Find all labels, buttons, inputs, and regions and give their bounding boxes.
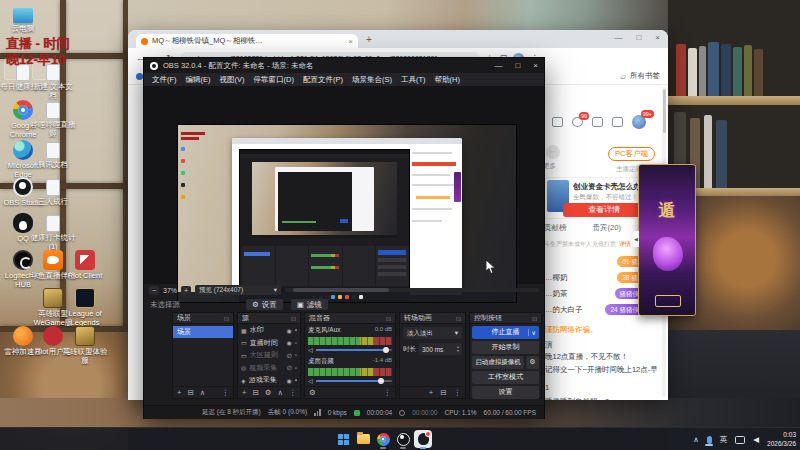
pc-client-button[interactable]: PC客户端: [608, 147, 655, 161]
maximize-button[interactable]: □: [636, 33, 641, 42]
add-transition-button[interactable]: +: [429, 388, 433, 397]
chrome-taskbar-button[interactable]: [374, 430, 392, 448]
source-properties-icon[interactable]: ⚙: [265, 388, 272, 397]
source-properties-button[interactable]: ⚙ 设置: [246, 299, 283, 310]
lock-icon[interactable]: ▫: [295, 340, 297, 346]
mixer-gear-icon[interactable]: ⚙: [309, 388, 316, 397]
menu-tools[interactable]: 工具(T): [401, 75, 426, 85]
start-virtual-camera-button[interactable]: 启动虚拟摄像机: [472, 356, 524, 369]
desktop-icon-lol-pbe[interactable]: 英雄联盟体验服: [62, 326, 108, 365]
desktop-icon-it-takes-two[interactable]: 三人成行: [30, 177, 76, 207]
add-source-button[interactable]: +: [242, 388, 246, 397]
package-icon[interactable]: [612, 117, 623, 127]
activity-poster[interactable]: 遁 ◀: [638, 164, 696, 316]
desktop-icon-riot-client[interactable]: Riot Client: [62, 250, 108, 281]
source-item-live-time[interactable]: ▭ 直播时间 ◉ ▫: [238, 337, 300, 350]
source-item-video-capture[interactable]: ◎ 视频采集 ∅ ▫: [238, 362, 300, 375]
preview-desktop-thumbnail[interactable]: [177, 124, 517, 303]
more-circle[interactable]: ⋯: [546, 145, 560, 159]
speaker-icon[interactable]: ◁: [308, 377, 313, 384]
obs-maximize-button[interactable]: □: [515, 61, 520, 70]
eye-icon[interactable]: ◉: [287, 327, 292, 334]
menu-file[interactable]: 文件(F): [152, 75, 177, 85]
transition-duration-input[interactable]: 300 ms ▴ ▾: [419, 343, 462, 355]
start-button[interactable]: [334, 430, 352, 448]
lock-icon[interactable]: ▪: [295, 327, 297, 333]
chevron-down-icon[interactable]: ∨: [528, 329, 536, 336]
browser-tab[interactable]: MQ～相柳铁骨镇_MQ～相柳铁… ×: [136, 34, 358, 48]
close-button[interactable]: ×: [655, 33, 660, 42]
desktop-icon-checkin-stats[interactable]: 健康打卡统计(1): [30, 213, 76, 251]
transition-type-dropdown[interactable]: 淡入淡出 ▾: [403, 327, 462, 339]
ad-detail-button[interactable]: 查看详情: [563, 203, 645, 217]
studio-mode-button[interactable]: 工作室模式: [472, 371, 539, 384]
minimize-button[interactable]: —: [614, 33, 622, 42]
menu-docks[interactable]: 停靠窗口(D): [254, 75, 294, 85]
menu-edit[interactable]: 编辑(E): [186, 75, 211, 85]
mic-volume-slider[interactable]: [316, 349, 392, 351]
tray-chevron-icon[interactable]: ∧: [693, 435, 699, 444]
lock-icon[interactable]: ▫: [295, 352, 297, 358]
remove-source-button[interactable]: ⊟: [252, 388, 258, 397]
source-item-region-rules[interactable]: ▭ 大区规则 ∅ ▫: [238, 349, 300, 362]
zoom-out-button[interactable]: −: [149, 286, 159, 295]
ime-indicator[interactable]: 英: [720, 435, 728, 445]
speaker-icon[interactable]: ◁: [308, 346, 313, 353]
spin-down-icon[interactable]: ▾: [457, 349, 459, 353]
obs-titlebar[interactable]: OBS 32.0.4 - 配置文件: 未命名 - 场景: 未命名 — □ ×: [144, 58, 544, 73]
desktop-icon-cloud-pc[interactable]: 云电脑: [0, 5, 46, 34]
lock-icon[interactable]: ▫: [295, 365, 297, 371]
remove-scene-button[interactable]: ⊟: [187, 388, 193, 397]
tab-close-icon[interactable]: ×: [348, 37, 353, 46]
menu-profile[interactable]: 配置文件(P): [303, 75, 343, 85]
add-scene-button[interactable]: +: [177, 388, 181, 397]
notice-link[interactable]: 详情: [619, 240, 631, 249]
microphone-tray-icon[interactable]: [707, 436, 712, 444]
tab-vip[interactable]: 贵宾(20): [593, 223, 621, 233]
eye-off-icon[interactable]: ∅: [287, 352, 292, 359]
scrollbar-thumb[interactable]: [663, 89, 666, 133]
obs-minimize-button[interactable]: —: [494, 61, 502, 70]
scene-item-selected[interactable]: 场景: [173, 326, 233, 338]
remove-transition-button[interactable]: ⊟: [440, 388, 446, 397]
all-bookmarks[interactable]: 所有书签: [630, 71, 660, 81]
eye-off-icon[interactable]: ∅: [287, 364, 292, 371]
tab-contribution[interactable]: 贡献榜: [544, 223, 567, 233]
sources-menu-icon[interactable]: ⋮: [289, 388, 297, 397]
menu-view[interactable]: 视图(V): [220, 75, 245, 85]
desktop-volume-slider[interactable]: [316, 380, 392, 382]
collapse-arrow-icon[interactable]: ◀: [633, 231, 639, 247]
source-up-button[interactable]: ∧: [277, 388, 283, 397]
stop-streaming-button[interactable]: 停止直播 ∨: [472, 326, 539, 339]
obs-taskbar-button[interactable]: [394, 430, 412, 448]
file-explorer-button[interactable]: [354, 430, 372, 448]
video-icon[interactable]: [552, 117, 563, 127]
speaker-tray-icon[interactable]: ◀: [753, 435, 759, 444]
zoom-in-button[interactable]: +: [181, 286, 191, 295]
mixer-menu-icon[interactable]: ⋮: [384, 388, 392, 397]
preview-mode-dropdown[interactable]: 预览 (724x407) ▾: [195, 285, 281, 295]
menu-scene-collection[interactable]: 场景集合(S): [352, 75, 392, 85]
eye-icon[interactable]: ◉: [287, 339, 292, 346]
desktop-icon-tencent-doc[interactable]: 腾讯文档: [30, 140, 76, 170]
obs-settings-button[interactable]: 设置: [472, 386, 539, 399]
lamp-icon[interactable]: [592, 117, 603, 127]
obs-close-button[interactable]: ×: [533, 61, 538, 70]
source-item-game-capture[interactable]: ◈ 游戏采集 ◉ ▪: [238, 374, 300, 387]
lock-icon[interactable]: ▪: [295, 377, 297, 383]
new-tab-button[interactable]: +: [366, 34, 372, 45]
transition-menu-icon[interactable]: ⋮: [454, 388, 462, 397]
start-recording-button[interactable]: 开始录制: [472, 341, 539, 354]
preview-hscrollbar[interactable]: [285, 288, 539, 292]
eye-icon[interactable]: ◉: [287, 377, 292, 384]
scene-up-button[interactable]: ∧: [200, 388, 206, 397]
desktop-icon-lol[interactable]: League of Legends: [62, 288, 108, 327]
virtual-camera-config-button[interactable]: ⚙: [526, 356, 539, 369]
source-item-watermark[interactable]: ▦ 水印 ◉ ▪: [238, 324, 300, 337]
display-tray-icon[interactable]: [735, 436, 745, 444]
source-filters-button[interactable]: ▣ 滤镜: [291, 299, 328, 310]
taskbar-clock[interactable]: 0:03 2026/3/26: [767, 431, 796, 447]
menu-help[interactable]: 帮助(H): [435, 75, 460, 85]
desktop-icon-bilibili-live[interactable]: 哔哩哔哩直播姬: [30, 100, 76, 138]
scenes-menu-icon[interactable]: ⋮: [222, 388, 230, 397]
